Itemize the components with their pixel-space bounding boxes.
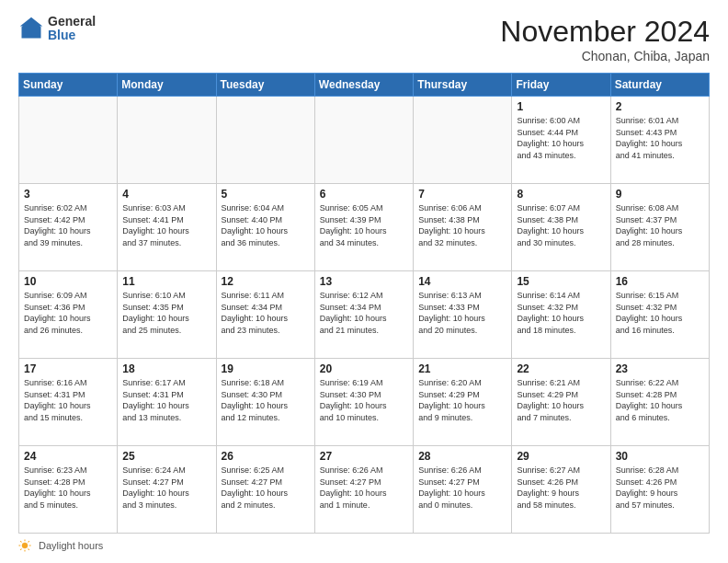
day-number: 8: [517, 188, 605, 201]
svg-line-9: [28, 541, 29, 542]
logo-text: General Blue: [48, 15, 96, 43]
table-row: 15Sunrise: 6:14 AMSunset: 4:32 PMDayligh…: [512, 271, 610, 359]
table-row: 16Sunrise: 6:15 AMSunset: 4:32 PMDayligh…: [610, 271, 709, 359]
day-info: Sunrise: 6:26 AMSunset: 4:27 PMDaylight:…: [418, 465, 506, 511]
day-info: Sunrise: 6:05 AMSunset: 4:39 PMDaylight:…: [320, 202, 408, 248]
day-number: 6: [320, 188, 408, 201]
svg-line-7: [20, 541, 21, 542]
day-info: Sunrise: 6:03 AMSunset: 4:41 PMDaylight:…: [122, 202, 210, 248]
table-row: 9Sunrise: 6:08 AMSunset: 4:37 PMDaylight…: [610, 184, 709, 271]
table-row: 29Sunrise: 6:27 AMSunset: 4:26 PMDayligh…: [512, 446, 610, 534]
title-block: November 2024 Chonan, Chiba, Japan: [500, 15, 710, 63]
table-row: 27Sunrise: 6:26 AMSunset: 4:27 PMDayligh…: [314, 446, 413, 534]
day-info: Sunrise: 6:17 AMSunset: 4:31 PMDaylight:…: [122, 377, 210, 423]
col-wednesday: Wednesday: [314, 74, 413, 97]
day-number: 30: [616, 450, 704, 463]
table-row: [118, 97, 216, 184]
day-info: Sunrise: 6:02 AMSunset: 4:42 PMDaylight:…: [24, 202, 112, 248]
table-row: 5Sunrise: 6:04 AMSunset: 4:40 PMDaylight…: [216, 184, 314, 271]
table-row: 23Sunrise: 6:22 AMSunset: 4:28 PMDayligh…: [610, 359, 709, 446]
day-number: 5: [222, 188, 310, 201]
day-number: 15: [517, 275, 605, 288]
table-row: 3Sunrise: 6:02 AMSunset: 4:42 PMDaylight…: [19, 184, 118, 271]
day-info: Sunrise: 6:18 AMSunset: 4:30 PMDaylight:…: [222, 377, 310, 423]
day-number: 7: [418, 188, 506, 201]
table-row: 20Sunrise: 6:19 AMSunset: 4:30 PMDayligh…: [314, 359, 413, 446]
logo-blue-text: Blue: [48, 29, 96, 42]
table-row: 11Sunrise: 6:10 AMSunset: 4:35 PMDayligh…: [118, 271, 216, 359]
page: General Blue November 2024 Chonan, Chiba…: [0, 0, 728, 563]
svg-line-8: [28, 549, 29, 550]
day-info: Sunrise: 6:10 AMSunset: 4:35 PMDaylight:…: [122, 290, 210, 336]
table-row: 30Sunrise: 6:28 AMSunset: 4:26 PMDayligh…: [610, 446, 709, 534]
day-info: Sunrise: 6:21 AMSunset: 4:29 PMDaylight:…: [517, 377, 605, 423]
day-number: 27: [320, 450, 408, 463]
day-number: 22: [517, 362, 605, 375]
table-row: 13Sunrise: 6:12 AMSunset: 4:34 PMDayligh…: [314, 271, 413, 359]
table-row: 6Sunrise: 6:05 AMSunset: 4:39 PMDaylight…: [314, 184, 413, 271]
table-row: 12Sunrise: 6:11 AMSunset: 4:34 PMDayligh…: [216, 271, 314, 359]
calendar-week-row: 10Sunrise: 6:09 AMSunset: 4:36 PMDayligh…: [19, 271, 710, 359]
col-sunday: Sunday: [19, 74, 118, 97]
sun-icon: [18, 539, 31, 552]
day-info: Sunrise: 6:12 AMSunset: 4:34 PMDaylight:…: [320, 290, 408, 336]
table-row: 10Sunrise: 6:09 AMSunset: 4:36 PMDayligh…: [19, 271, 118, 359]
daylight-label: Daylight hours: [39, 540, 103, 551]
table-row: [19, 97, 118, 184]
day-number: 4: [122, 188, 210, 201]
day-number: 21: [418, 362, 506, 375]
day-number: 29: [517, 450, 605, 463]
day-number: 18: [122, 362, 210, 375]
svg-line-10: [20, 549, 21, 550]
day-info: Sunrise: 6:19 AMSunset: 4:30 PMDaylight:…: [320, 377, 408, 423]
svg-point-2: [22, 543, 28, 548]
day-info: Sunrise: 6:27 AMSunset: 4:26 PMDaylight:…: [517, 465, 605, 511]
day-number: 14: [418, 275, 506, 288]
table-row: [216, 97, 314, 184]
day-number: 2: [616, 100, 704, 113]
day-number: 1: [517, 100, 605, 113]
calendar-header-row: Sunday Monday Tuesday Wednesday Thursday…: [19, 74, 710, 97]
table-row: 19Sunrise: 6:18 AMSunset: 4:30 PMDayligh…: [216, 359, 314, 446]
day-number: 19: [222, 362, 310, 375]
footer: Daylight hours: [18, 539, 710, 552]
table-row: 17Sunrise: 6:16 AMSunset: 4:31 PMDayligh…: [19, 359, 118, 446]
logo-icon: [18, 16, 44, 41]
day-info: Sunrise: 6:00 AMSunset: 4:44 PMDaylight:…: [517, 115, 605, 161]
table-row: 28Sunrise: 6:26 AMSunset: 4:27 PMDayligh…: [414, 446, 512, 534]
calendar-week-row: 1Sunrise: 6:00 AMSunset: 4:44 PMDaylight…: [19, 97, 710, 184]
day-number: 26: [222, 450, 310, 463]
svg-marker-0: [22, 19, 41, 39]
day-info: Sunrise: 6:20 AMSunset: 4:29 PMDaylight:…: [418, 377, 506, 423]
day-number: 16: [616, 275, 704, 288]
day-number: 28: [418, 450, 506, 463]
day-number: 20: [320, 362, 408, 375]
table-row: 24Sunrise: 6:23 AMSunset: 4:28 PMDayligh…: [19, 446, 118, 534]
day-number: 10: [24, 275, 112, 288]
table-row: [314, 97, 413, 184]
day-info: Sunrise: 6:14 AMSunset: 4:32 PMDaylight:…: [517, 290, 605, 336]
location: Chonan, Chiba, Japan: [500, 49, 710, 63]
table-row: 7Sunrise: 6:06 AMSunset: 4:38 PMDaylight…: [414, 184, 512, 271]
table-row: 1Sunrise: 6:00 AMSunset: 4:44 PMDaylight…: [512, 97, 610, 184]
table-row: 26Sunrise: 6:25 AMSunset: 4:27 PMDayligh…: [216, 446, 314, 534]
table-row: 14Sunrise: 6:13 AMSunset: 4:33 PMDayligh…: [414, 271, 512, 359]
col-thursday: Thursday: [414, 74, 512, 97]
col-friday: Friday: [512, 74, 610, 97]
day-number: 13: [320, 275, 408, 288]
day-info: Sunrise: 6:24 AMSunset: 4:27 PMDaylight:…: [122, 465, 210, 511]
day-info: Sunrise: 6:23 AMSunset: 4:28 PMDaylight:…: [24, 465, 112, 511]
col-saturday: Saturday: [610, 74, 709, 97]
table-row: 25Sunrise: 6:24 AMSunset: 4:27 PMDayligh…: [118, 446, 216, 534]
table-row: 22Sunrise: 6:21 AMSunset: 4:29 PMDayligh…: [512, 359, 610, 446]
day-info: Sunrise: 6:26 AMSunset: 4:27 PMDaylight:…: [320, 465, 408, 511]
day-info: Sunrise: 6:28 AMSunset: 4:26 PMDaylight:…: [616, 465, 704, 511]
calendar-table: Sunday Monday Tuesday Wednesday Thursday…: [18, 73, 710, 534]
day-info: Sunrise: 6:11 AMSunset: 4:34 PMDaylight:…: [222, 290, 310, 336]
day-number: 12: [222, 275, 310, 288]
col-monday: Monday: [118, 74, 216, 97]
day-info: Sunrise: 6:06 AMSunset: 4:38 PMDaylight:…: [418, 202, 506, 248]
month-title: November 2024: [500, 15, 710, 49]
day-info: Sunrise: 6:13 AMSunset: 4:33 PMDaylight:…: [418, 290, 506, 336]
table-row: 2Sunrise: 6:01 AMSunset: 4:43 PMDaylight…: [610, 97, 709, 184]
